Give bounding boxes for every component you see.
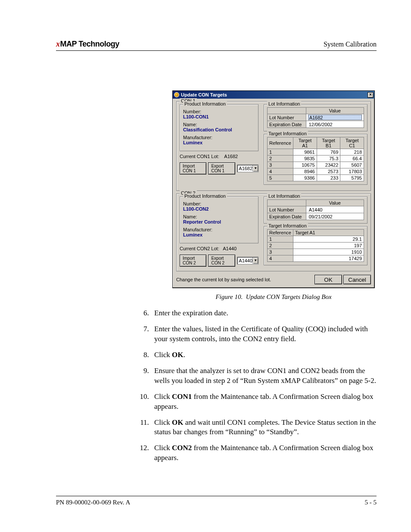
th-target-b1: Target B1 <box>317 137 340 149</box>
group-con2-lotinfo: Lot Information Value Lot Number Expirat… <box>264 196 367 224</box>
figure-label: Figure 10. <box>215 293 243 300</box>
group-con2: CON 2 Product Information Number: L100-C… <box>176 193 371 271</box>
step-6: Enter the expiration date. <box>151 308 377 318</box>
table-row: 593862335795 <box>268 175 364 181</box>
group-con1-product: Product Information Number: L100-CON1 Na… <box>180 104 258 151</box>
con1-exp-label: Expiration Date <box>268 121 306 128</box>
running-header: xMAP Technology System Calibration <box>56 40 377 51</box>
th-target-a1: Target A1 <box>293 137 317 149</box>
running-footer: PN 89-00002-00-069 Rev. A 5 - 5 <box>56 496 377 506</box>
con2-exp-label: Expiration Date <box>268 213 306 220</box>
step-7: Enter the values, listed in the Certific… <box>151 324 377 344</box>
section-title: System Calibration <box>324 40 377 48</box>
con1-product-caption: Product Information <box>183 101 227 106</box>
con2-number-label: Number: <box>183 201 255 206</box>
update-con-targets-dialog: Update CON Targets × CON 1 Product Infor… <box>172 90 375 288</box>
dialog-note: Change the current lot by saving selecte… <box>176 277 271 282</box>
table-row: 19861769218 <box>268 149 364 156</box>
close-icon[interactable]: × <box>367 92 374 98</box>
con1-lot-combo-value: A1682 <box>239 166 252 171</box>
export-con2-button[interactable]: Export CON 2 <box>208 255 235 267</box>
con1-manuf-label: Manufacturer: <box>183 135 255 140</box>
con1-lot-combo[interactable]: A1682 ▼ <box>237 165 258 172</box>
app-icon <box>174 92 179 97</box>
th-reference: Reference <box>268 230 293 236</box>
group-con2-product: Product Information Number: L100-CON2 Na… <box>180 196 258 243</box>
con2-manuf-label: Manufacturer: <box>183 227 255 232</box>
dialog-title: Update CON Targets <box>181 92 367 97</box>
table-row: 129.1 <box>268 236 364 243</box>
th-target-c1: Target C1 <box>340 137 364 149</box>
con2-manuf-value: Luminex <box>183 232 255 237</box>
table-row: 310675234225607 <box>268 162 364 168</box>
con2-target-caption: Target Information <box>267 223 308 228</box>
table-row: 417429 <box>268 255 364 262</box>
con1-name-label: Name: <box>183 122 255 127</box>
footer-left: PN 89-00002-00-069 Rev. A <box>56 499 130 506</box>
titlebar[interactable]: Update CON Targets × <box>173 91 374 99</box>
con1-number-label: Number: <box>183 109 255 114</box>
table-row: 48946257317803 <box>268 168 364 175</box>
con1-target-caption: Target Information <box>267 131 308 136</box>
con1-lot-number-input[interactable] <box>308 115 362 120</box>
figure-caption: Figure 10. Update CON Targets Dialog Box <box>172 293 375 301</box>
table-row: 31910 <box>268 249 364 255</box>
con1-current-lot-value: A1682 <box>224 154 238 159</box>
import-con2-button[interactable]: Import CON 2 <box>180 255 206 267</box>
con2-name-label: Name: <box>183 214 255 219</box>
brand-rest: MAP Technology <box>60 40 119 48</box>
con1-number-value: L100-CON1 <box>183 114 255 119</box>
con1-manuf-value: Luminex <box>183 140 255 145</box>
ok-button[interactable]: OK <box>314 275 342 284</box>
export-con1-button[interactable]: Export CON 1 <box>208 162 235 174</box>
import-con1-button[interactable]: Import CON 1 <box>180 162 206 174</box>
brand-x: x <box>56 40 60 48</box>
step-11: Click OK and wait until CON1 completes. … <box>151 418 377 438</box>
con2-lot-combo-value: A1440 <box>239 258 252 263</box>
step-list: Enter the expiration date. Enter the val… <box>151 308 377 463</box>
table-row: 2983575.366.4 <box>268 156 364 162</box>
con2-number-value: L100-CON2 <box>183 206 255 212</box>
con2-lotinfo-caption: Lot Information <box>267 193 301 199</box>
con2-exp-input[interactable] <box>308 214 362 219</box>
con2-lot-combo[interactable]: A1440 ▼ <box>237 257 258 264</box>
con2-lot-number-input[interactable] <box>308 207 362 212</box>
con1-lot-value-header: Value <box>306 108 364 114</box>
th-reference: Reference <box>268 137 293 149</box>
table-row: 2197 <box>268 243 364 249</box>
step-9: Ensure that the analyzer is set to draw … <box>151 366 377 386</box>
chevron-down-icon[interactable]: ▼ <box>252 165 258 171</box>
con2-current-lot-value: A1440 <box>223 246 237 251</box>
con1-current-lot-label: Current CON1 Lot: <box>180 154 219 159</box>
chevron-down-icon[interactable]: ▼ <box>252 258 258 264</box>
con1-name-value: Classification Control <box>183 127 255 132</box>
con2-lot-number-label: Lot Number <box>268 206 306 213</box>
brand: xMAP Technology <box>56 40 119 49</box>
th-target-a1: Target A1 <box>293 230 364 236</box>
con1-exp-input[interactable] <box>308 121 362 127</box>
group-con1-lotinfo: Lot Information Value Lot Number Expirat… <box>264 104 367 131</box>
cancel-button[interactable]: Cancel <box>343 275 371 284</box>
con2-current-lot-label: Current CON2 Lot: <box>180 246 219 251</box>
footer-right: 5 - 5 <box>365 499 377 506</box>
group-con2-target: Target Information Reference Target A1 1… <box>264 226 367 265</box>
con1-target-table[interactable]: Reference Target A1 Target B1 Target C1 … <box>267 137 364 181</box>
con2-target-table[interactable]: Reference Target A1 129.1 2197 31910 417… <box>267 229 364 262</box>
step-8: Click OK. <box>151 350 377 360</box>
con2-product-caption: Product Information <box>183 193 227 199</box>
group-con1-target: Target Information Reference Target A1 T… <box>264 134 367 185</box>
con1-lotinfo-caption: Lot Information <box>267 101 301 106</box>
step-12: Click CON2 from the Maintenance tab. A C… <box>151 443 377 463</box>
con2-name-value: Reporter Control <box>183 219 255 224</box>
con2-lot-value-header: Value <box>306 200 364 206</box>
step-10: Click CON1 from the Maintenance tab. A C… <box>151 392 377 412</box>
group-con1: CON 1 Product Information Number: L100-C… <box>176 101 371 191</box>
figure-text: Update CON Targets Dialog Box <box>246 293 332 300</box>
con1-lot-number-label: Lot Number <box>268 114 306 121</box>
